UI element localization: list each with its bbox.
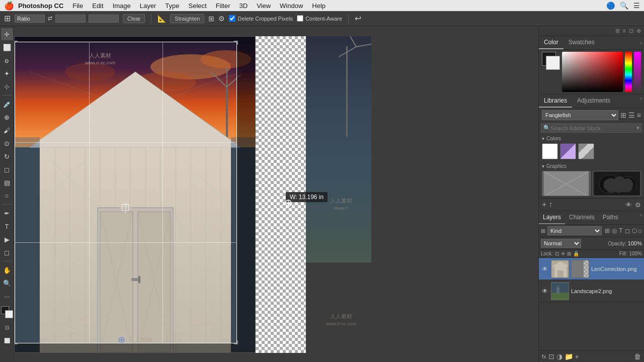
tab-libraries[interactable]: Libraries — [539, 95, 572, 108]
straighten-button[interactable]: Straighten — [170, 14, 204, 23]
hand-tool[interactable]: ✋ — [1, 264, 13, 276]
search-filter-icon[interactable]: ▾ — [636, 125, 639, 131]
new-layer-icon[interactable]: + — [575, 352, 579, 360]
apple-menu[interactable]: 🍎 — [4, 1, 14, 11]
fill-value[interactable]: 100% — [629, 251, 642, 256]
layer-vis-1[interactable]: 👁 — [541, 287, 549, 295]
lasso-tool[interactable]: ʚ — [1, 54, 13, 66]
color-gradient-field[interactable] — [562, 52, 623, 92]
section-arrow[interactable]: ▾ — [542, 136, 544, 141]
lock-pos-icon[interactable]: ✛ — [561, 251, 565, 256]
fg-bg-colors[interactable] — [1, 306, 13, 318]
content-aware-label[interactable]: Content-Aware — [297, 15, 342, 22]
tab-color[interactable]: Color — [539, 36, 564, 49]
tab-adjustments[interactable]: Adjustments — [572, 95, 615, 108]
layer-vis-0[interactable]: 👁 — [541, 265, 549, 273]
width-input[interactable] — [55, 15, 86, 23]
background-color[interactable] — [5, 310, 13, 318]
menu-help[interactable]: Help — [308, 0, 330, 11]
delete-layer-icon[interactable]: 🗑 — [634, 352, 641, 360]
layer-item-0[interactable]: 👁 — [539, 258, 644, 280]
filter-adjust-icon[interactable]: ◎ — [612, 227, 617, 234]
text-tool[interactable]: T — [1, 220, 13, 232]
spot-heal-tool[interactable]: ⊕ — [1, 111, 13, 123]
swatch-purple[interactable] — [560, 143, 576, 159]
section-graphics-arrow[interactable]: ▾ — [542, 163, 544, 169]
shape-tool[interactable]: ◻ — [1, 246, 13, 258]
eraser-tool[interactable]: ◻ — [1, 163, 13, 175]
menu-layer[interactable]: Layer — [136, 0, 160, 11]
menu-filter[interactable]: Filter — [212, 0, 234, 11]
search-input[interactable] — [550, 125, 636, 131]
fx-icon[interactable]: fx — [542, 353, 546, 359]
panel-icon-4[interactable]: ⊕ — [636, 28, 641, 34]
brush-tool[interactable]: 🖌 — [1, 124, 13, 136]
import-library-icon[interactable]: ↑ — [548, 200, 552, 209]
add-to-library-icon[interactable]: + — [542, 200, 546, 209]
lib-search[interactable]: 🔍 ▾ — [541, 123, 642, 133]
lock-artboard-icon[interactable]: ⊞ — [567, 251, 571, 256]
color-alpha-slider[interactable] — [634, 52, 641, 92]
adjustment-icon[interactable]: ◑ — [556, 352, 562, 360]
canvas-area[interactable]: 人人素材www.rr-sc.com 人人素材www.rr-sc.com 人人素材… — [14, 26, 538, 362]
layers-panel-arrow[interactable]: › — [640, 212, 642, 218]
ratio-input[interactable] — [15, 15, 45, 23]
add-mask-icon[interactable]: ⊡ — [548, 352, 554, 360]
delete-cropped-checkbox[interactable] — [229, 15, 235, 22]
dodge-tool[interactable]: ○ — [1, 190, 13, 202]
tab-channels[interactable]: Channels — [565, 211, 599, 224]
panel-icon-1[interactable]: ⊞ — [615, 28, 620, 34]
filter-toggle[interactable]: ○ — [638, 227, 642, 235]
lock-pixels-icon[interactable]: ⊡ — [555, 251, 559, 256]
search-icon[interactable]: 🔍 — [620, 2, 628, 10]
menu-image[interactable]: Image — [109, 0, 135, 11]
height-input[interactable] — [89, 15, 119, 23]
resize-handle[interactable] — [284, 199, 292, 207]
more-options-icon[interactable]: ≡ — [637, 111, 641, 119]
panel-icon-3[interactable]: ⊡ — [629, 28, 633, 34]
history-brush-tool[interactable]: ↻ — [1, 150, 13, 162]
tab-swatches[interactable]: Swatches — [564, 36, 600, 49]
menu-view[interactable]: View — [253, 0, 275, 11]
zoom-tool[interactable]: 🔍 — [1, 277, 13, 289]
lock-all-icon[interactable]: 🔒 — [573, 251, 579, 256]
delete-cropped-label[interactable]: Delete Cropped Pixels — [229, 15, 292, 22]
settings-icon[interactable]: ⚙ — [218, 15, 225, 23]
filter-smart-icon[interactable]: ⬡ — [632, 227, 637, 234]
swatch-white[interactable] — [542, 143, 558, 159]
eyedropper-tool[interactable]: 💉 — [1, 98, 13, 110]
panel-icon-2[interactable]: ≡ — [623, 28, 626, 34]
clone-stamp-tool[interactable]: ⊙ — [1, 137, 13, 149]
settings-lib-icon[interactable]: ⚙ — [635, 201, 641, 209]
crop-tool[interactable]: ⊹ — [1, 80, 13, 93]
filter-type-icon[interactable]: T — [619, 227, 622, 234]
path-select-tool[interactable]: ▶ — [1, 233, 13, 245]
quick-mask-btn[interactable]: ⊡ — [1, 321, 13, 333]
move-tool[interactable]: ✛ — [1, 28, 13, 40]
content-aware-checkbox[interactable] — [297, 15, 303, 22]
graphic-thumb-2[interactable] — [593, 171, 641, 196]
list-view-icon[interactable]: ☰ — [628, 111, 635, 119]
filter-type-dropdown[interactable]: Kind — [547, 226, 602, 235]
menu-edit[interactable]: Edit — [88, 0, 107, 11]
eye-lib-icon[interactable]: 👁 — [625, 201, 632, 209]
menu-icon[interactable]: ☰ — [633, 2, 640, 10]
select-rect-tool[interactable]: ⬜ — [1, 41, 13, 53]
undo-icon[interactable]: ↩ — [355, 14, 361, 23]
swatch-pattern[interactable] — [578, 143, 594, 159]
menu-window[interactable]: Window — [276, 0, 307, 11]
panel-arrow-icon[interactable]: › — [640, 40, 642, 46]
graphic-thumb-1[interactable] — [542, 171, 591, 196]
screen-mode-btn[interactable]: ⬜ — [1, 334, 13, 346]
blend-mode-dropdown[interactable]: Normal — [541, 239, 581, 248]
quick-select-tool[interactable]: ✦ — [1, 67, 13, 79]
folder-icon[interactable]: 📁 — [565, 352, 573, 360]
menu-3d[interactable]: 3D — [235, 0, 252, 11]
swap-icon[interactable]: ⇄ — [48, 15, 52, 22]
grid-view-icon[interactable]: ⊞ — [620, 111, 626, 119]
clear-button[interactable]: Clear — [123, 14, 145, 23]
fg-bg-panel[interactable] — [542, 52, 560, 70]
layer-item-1[interactable]: 👁 Landscape2.png — [539, 280, 644, 302]
tab-paths[interactable]: Paths — [599, 211, 622, 224]
menu-select[interactable]: Select — [184, 0, 210, 11]
